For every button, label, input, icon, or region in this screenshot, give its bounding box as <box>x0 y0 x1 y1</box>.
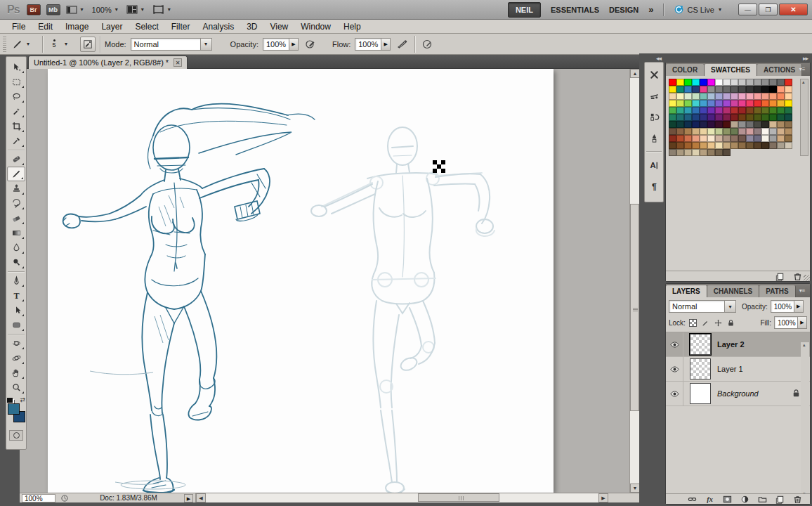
layer-fill-input[interactable]: 100% <box>774 316 798 329</box>
layer-blend-mode-arrow[interactable]: ▾ <box>725 300 736 313</box>
paragraph-icon[interactable]: ¶ <box>646 179 662 194</box>
color-swatch[interactable] <box>777 86 785 93</box>
vertical-scroll-thumb[interactable] <box>630 204 639 411</box>
color-swatch[interactable] <box>754 107 761 114</box>
hand-tool[interactable] <box>7 365 25 380</box>
color-swatch[interactable] <box>692 114 700 121</box>
color-swatch[interactable] <box>707 93 715 100</box>
color-swatch[interactable] <box>676 142 684 149</box>
color-swatch[interactable] <box>738 100 746 107</box>
color-swatch[interactable] <box>731 121 738 128</box>
eyedropper-tool[interactable] <box>7 134 25 148</box>
color-swatch[interactable] <box>707 107 715 114</box>
panel-tab-color[interactable]: COLOR <box>666 64 705 76</box>
color-swatch[interactable] <box>738 135 746 142</box>
color-swatch[interactable] <box>700 135 707 142</box>
color-swatch[interactable] <box>715 121 723 128</box>
color-swatch[interactable] <box>777 135 785 142</box>
color-swatch[interactable] <box>707 86 715 93</box>
color-swatch[interactable] <box>707 100 715 107</box>
color-swatch[interactable] <box>700 142 707 149</box>
gradient-tool[interactable] <box>7 226 25 240</box>
tablet-pressure-size-button[interactable] <box>419 37 435 52</box>
color-swatch[interactable] <box>723 93 731 100</box>
color-swatch[interactable] <box>669 121 676 128</box>
options-bar-grip[interactable] <box>3 37 6 52</box>
color-swatch[interactable] <box>785 121 792 128</box>
panel-tab-layers[interactable]: LAYERS <box>666 285 707 297</box>
color-swatch[interactable] <box>676 79 684 86</box>
panel-tab-swatches[interactable]: SWATCHES <box>705 64 757 76</box>
color-swatch[interactable] <box>731 93 738 100</box>
workspace-design[interactable]: DESIGN <box>609 6 639 14</box>
color-swatch[interactable] <box>715 114 723 121</box>
color-swatch[interactable] <box>777 114 785 121</box>
color-swatch[interactable] <box>676 107 684 114</box>
color-swatch[interactable] <box>684 100 692 107</box>
color-swatch[interactable] <box>700 86 707 93</box>
color-swatch[interactable] <box>769 128 777 135</box>
tablet-pressure-opacity-button[interactable] <box>303 37 318 52</box>
color-swatch[interactable] <box>785 114 792 121</box>
color-swatch[interactable] <box>684 149 692 156</box>
color-swatch[interactable] <box>785 128 792 135</box>
status-zoom-input[interactable]: 100% <box>22 494 55 502</box>
color-swatch[interactable] <box>700 121 707 128</box>
3d-orbit-tool[interactable] <box>7 351 25 365</box>
color-swatch[interactable] <box>715 135 723 142</box>
color-swatch[interactable] <box>715 93 723 100</box>
color-swatch[interactable] <box>700 93 707 100</box>
color-swatch[interactable] <box>692 93 700 100</box>
lock-transparency-icon[interactable] <box>688 318 698 327</box>
color-swatch[interactable] <box>761 86 769 93</box>
clone-source-icon[interactable] <box>646 109 662 124</box>
color-swatch[interactable] <box>738 142 746 149</box>
color-swatch[interactable] <box>785 93 792 100</box>
menu-filter[interactable]: Filter <box>165 22 197 32</box>
color-swatch[interactable] <box>754 100 761 107</box>
delete-layer-icon[interactable] <box>792 494 803 505</box>
color-swatch[interactable] <box>785 142 792 149</box>
color-swatch[interactable] <box>715 142 723 149</box>
color-swatch[interactable] <box>746 142 754 149</box>
panel-tab-paths[interactable]: PATHS <box>759 285 795 297</box>
color-swatch[interactable] <box>769 142 777 149</box>
color-swatch[interactable] <box>731 135 738 142</box>
color-swatch[interactable] <box>700 128 707 135</box>
layer-thumbnail[interactable] <box>690 358 711 379</box>
character-icon[interactable]: A <box>646 157 662 173</box>
color-swatch[interactable] <box>731 107 738 114</box>
menu-analysis[interactable]: Analysis <box>196 22 240 32</box>
color-swatch[interactable] <box>731 128 738 135</box>
shape-tool[interactable] <box>7 318 25 332</box>
panel-menu-icon[interactable] <box>797 287 808 294</box>
panel-resize-grip[interactable] <box>804 275 810 281</box>
clone-stamp-tool[interactable] <box>7 181 25 196</box>
color-swatch[interactable] <box>707 114 715 121</box>
color-swatch[interactable] <box>738 128 746 135</box>
eraser-tool[interactable] <box>7 211 25 226</box>
color-swatch[interactable] <box>769 135 777 142</box>
zoom-level-dropdown[interactable]: 100% <box>92 6 118 14</box>
color-swatch[interactable] <box>684 135 692 142</box>
color-swatch[interactable] <box>684 107 692 114</box>
menu-window[interactable]: Window <box>294 22 337 32</box>
color-swatch[interactable] <box>761 93 769 100</box>
color-swatch[interactable] <box>769 86 777 93</box>
color-swatch[interactable] <box>684 114 692 121</box>
panel-tab-channels[interactable]: CHANNELS <box>707 285 760 297</box>
zoom-tool[interactable] <box>7 380 25 395</box>
color-swatch[interactable] <box>707 149 715 156</box>
color-swatch[interactable] <box>715 79 723 86</box>
color-swatch[interactable] <box>761 100 769 107</box>
color-swatch[interactable] <box>731 86 738 93</box>
layer-thumbnail[interactable] <box>690 334 711 355</box>
color-swatch[interactable] <box>692 79 700 86</box>
color-swatch[interactable] <box>684 79 692 86</box>
color-swatch[interactable] <box>715 149 723 156</box>
blur-tool[interactable] <box>7 240 25 255</box>
menu-help[interactable]: Help <box>337 22 367 32</box>
layer-visibility-eye-icon[interactable] <box>666 357 683 382</box>
workspace-overflow-button[interactable]: » <box>648 4 653 15</box>
color-swatch[interactable] <box>715 128 723 135</box>
